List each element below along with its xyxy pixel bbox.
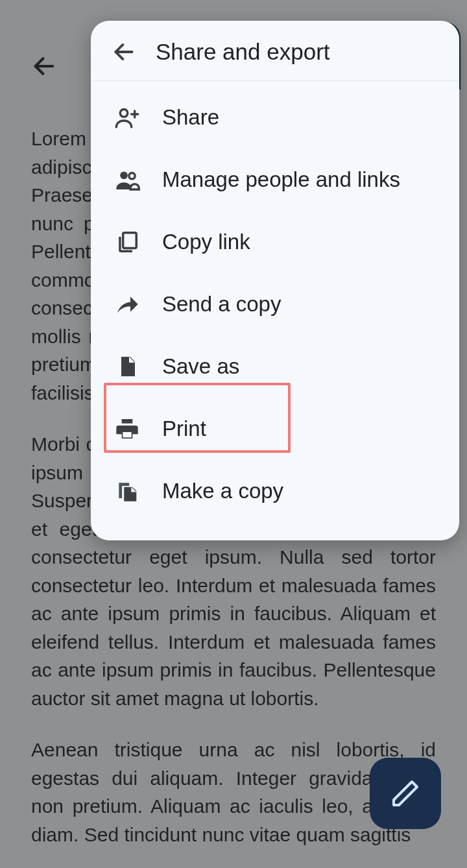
sheet-title: Share and export — [156, 39, 330, 65]
print-icon — [112, 413, 143, 444]
pencil-icon — [390, 778, 421, 809]
menu-item-make-copy[interactable]: Make a copy — [91, 460, 459, 522]
menu-label: Copy link — [162, 229, 250, 255]
sheet-header: Share and export — [91, 21, 459, 81]
send-arrow-icon — [112, 289, 143, 320]
edit-fab[interactable] — [370, 758, 441, 829]
menu-label: Share — [162, 104, 219, 130]
menu-label: Make a copy — [162, 478, 283, 504]
svg-point-6 — [129, 173, 135, 179]
people-icon — [112, 164, 143, 195]
menu-label: Send a copy — [162, 291, 281, 317]
svg-rect-9 — [123, 432, 131, 437]
menu-item-manage-people[interactable]: Manage people and links — [91, 149, 459, 211]
menu-item-save-as[interactable]: Save as — [91, 335, 459, 398]
menu-item-print[interactable]: Print — [91, 398, 459, 460]
person-add-icon — [112, 102, 143, 133]
copy-icon — [112, 226, 143, 258]
menu-list: Share Manage people and links Copy link … — [91, 81, 459, 527]
menu-label: Print — [162, 416, 206, 442]
svg-rect-8 — [122, 419, 133, 424]
menu-label: Manage people and links — [162, 167, 400, 193]
sheet-back-icon[interactable] — [112, 40, 136, 64]
menu-label: Save as — [162, 354, 239, 380]
menu-item-share[interactable]: Share — [91, 86, 459, 149]
menu-item-copy-link[interactable]: Copy link — [91, 211, 459, 273]
svg-point-2 — [120, 110, 128, 117]
file-copy-icon — [112, 476, 143, 507]
menu-item-send-copy[interactable]: Send a copy — [91, 273, 459, 335]
file-icon — [112, 351, 143, 382]
svg-point-5 — [120, 172, 128, 180]
share-export-sheet: Share and export Share Manage people and… — [91, 21, 459, 540]
svg-rect-7 — [123, 233, 137, 248]
